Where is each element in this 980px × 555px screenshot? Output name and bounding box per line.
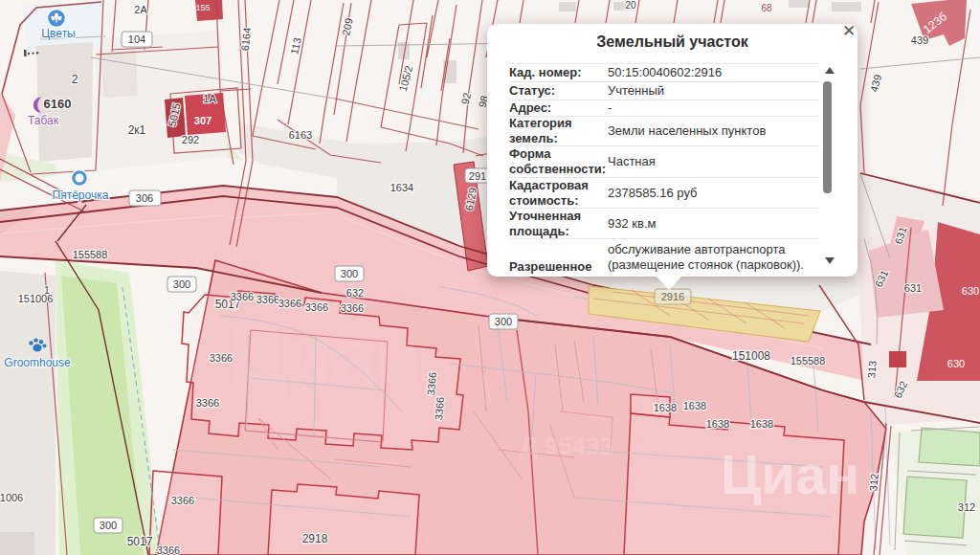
svg-text:3366: 3366 (256, 294, 279, 305)
svg-text:Циан: Циан (721, 443, 859, 505)
svg-text:1638: 1638 (683, 400, 706, 411)
svg-text:Д 95433: Д 95433 (520, 432, 613, 460)
svg-text:300: 300 (173, 278, 190, 290)
svg-text:3366: 3366 (305, 301, 328, 313)
svg-text:155588: 155588 (73, 249, 108, 260)
svg-text:300: 300 (495, 316, 512, 327)
svg-text:Groomhouse: Groomhouse (4, 356, 71, 369)
svg-text:312: 312 (867, 473, 880, 491)
svg-text:3366: 3366 (425, 371, 438, 395)
svg-text:307: 307 (194, 115, 212, 126)
svg-text:151006: 151006 (18, 293, 54, 304)
svg-text:104: 104 (128, 33, 145, 45)
svg-text:313: 313 (865, 360, 878, 378)
svg-text:312: 312 (958, 501, 975, 513)
svg-text:306: 306 (136, 192, 153, 204)
svg-text:3366: 3366 (231, 291, 254, 302)
svg-text:300: 300 (100, 520, 117, 531)
svg-text:1006: 1006 (0, 492, 23, 503)
svg-text:630: 630 (962, 285, 979, 297)
svg-text:2918: 2918 (302, 532, 328, 545)
svg-text:1А: 1А (203, 93, 216, 104)
svg-text:155: 155 (195, 3, 210, 12)
svg-text:630: 630 (947, 358, 965, 369)
svg-text:292: 292 (182, 134, 199, 145)
svg-text:3366: 3366 (433, 396, 446, 420)
svg-text:291: 291 (469, 170, 486, 182)
svg-text:2А: 2А (134, 4, 147, 15)
svg-text:6163: 6163 (289, 129, 312, 141)
svg-text:631: 631 (904, 282, 922, 294)
svg-text:632: 632 (346, 287, 364, 299)
svg-text:3366: 3366 (278, 298, 301, 309)
svg-text:1638: 1638 (654, 402, 677, 413)
svg-text:68: 68 (761, 3, 772, 13)
svg-text:6164: 6164 (239, 27, 253, 52)
svg-text:1638: 1638 (750, 418, 773, 430)
svg-text:151008: 151008 (732, 349, 770, 363)
svg-text:Цветы: Цветы (41, 27, 76, 40)
svg-text:439: 439 (911, 34, 928, 46)
svg-text:Табак: Табак (28, 114, 59, 127)
svg-text:155588: 155588 (791, 355, 826, 366)
svg-text:3366: 3366 (341, 302, 364, 314)
svg-text:2: 2 (72, 73, 78, 86)
svg-text:2к1: 2к1 (128, 123, 146, 137)
svg-text:6160: 6160 (44, 97, 72, 111)
svg-text:Циан: Циан (230, 314, 421, 399)
svg-text:3366: 3366 (157, 544, 180, 555)
svg-text:1638: 1638 (706, 418, 729, 430)
svg-text:3366: 3366 (171, 495, 194, 506)
svg-text:2916: 2916 (661, 291, 684, 302)
svg-text:5017: 5017 (127, 535, 153, 548)
svg-text:300: 300 (341, 268, 358, 279)
svg-text:Пятёрочка: Пятёрочка (53, 189, 109, 202)
svg-text:1634: 1634 (390, 182, 413, 193)
svg-text:3366: 3366 (210, 352, 233, 364)
svg-text:20: 20 (625, 0, 636, 11)
svg-text:3366: 3366 (196, 397, 219, 409)
